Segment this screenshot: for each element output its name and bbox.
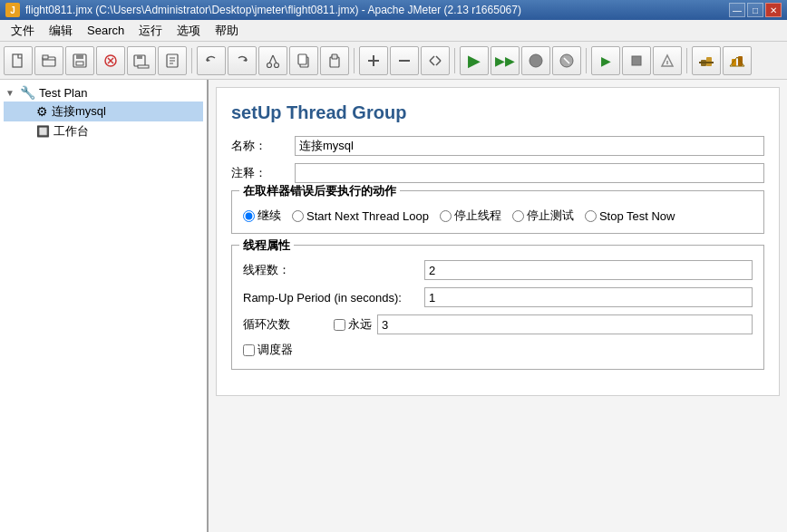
thread-count-label: 线程数： [243,262,424,278]
tree-item-workbench[interactable]: 🔲 工作台 [4,121,203,141]
radio-stop-test[interactable]: 停止测试 [512,208,574,224]
remote-stop-button[interactable] [622,46,651,75]
comment-label: 注释： [231,165,295,181]
menu-edit[interactable]: 编辑 [42,21,80,41]
svg-point-33 [530,54,542,67]
radio-continue-label: 继续 [257,208,281,224]
menu-search[interactable]: Search [80,22,131,39]
rampup-label: Ramp-Up Period (in seconds): [243,291,424,305]
redo-button[interactable] [228,46,257,75]
help1-button[interactable] [692,46,721,75]
loop-row: 循环次数 永远 [243,314,753,334]
main-area: ▼ 🔧 Test Plan ⚙ 连接mysql 🔲 工作台 setUp Thre… [0,80,787,532]
error-section-title: 在取样器错误后要执行的动作 [239,183,400,199]
close-button[interactable]: ✕ [765,3,782,17]
help2-button[interactable] [723,46,752,75]
tree-item-test-plan[interactable]: ▼ 🔧 Test Plan [4,83,203,102]
forever-checkbox[interactable] [334,319,345,331]
window-controls: — □ ✕ [729,3,782,17]
save-button[interactable] [65,46,94,75]
svg-marker-17 [243,58,247,62]
svg-rect-4 [76,54,83,59]
report-button[interactable] [158,46,187,75]
minimize-button[interactable]: — [729,3,745,17]
separator-3 [454,48,455,73]
stop-button[interactable] [521,46,550,75]
thread-section: 线程属性 线程数： Ramp-Up Period (in seconds): 循… [231,245,764,370]
error-section: 在取样器错误后要执行的动作 继续 Start Next Thread Loop … [231,190,764,234]
new-button[interactable] [4,46,33,75]
left-panel: ▼ 🔧 Test Plan ⚙ 连接mysql 🔲 工作台 [0,80,209,532]
scheduler-row: 调度器 [243,342,753,358]
thread-count-row: 线程数： [243,260,753,280]
thread-count-input[interactable] [424,260,753,280]
radio-stop-thread[interactable]: 停止线程 [440,208,501,224]
comment-input[interactable] [295,163,764,183]
expand-button[interactable] [421,46,450,75]
thread-section-title: 线程属性 [239,237,294,254]
test-plan-label: Test Plan [39,86,87,100]
radio-stop-now-input[interactable] [585,210,597,222]
radio-continue-input[interactable] [243,210,255,222]
name-row: 名称： [231,136,764,156]
loop-count-label: 循环次数 [243,316,334,333]
app-icon: J [5,3,20,17]
radio-start-next-input[interactable] [292,210,304,222]
svg-line-29 [430,56,434,61]
separator-5 [686,48,687,73]
paste-button[interactable] [320,46,349,75]
loop-count-input[interactable] [377,314,753,334]
scheduler-checkbox-label[interactable]: 调度器 [243,342,293,358]
radio-start-next[interactable]: Start Next Thread Loop [292,209,429,223]
delete-button[interactable] [96,46,125,75]
undo-button[interactable] [197,46,226,75]
workbench-icon: 🔲 [36,125,50,138]
scheduler-checkbox[interactable] [243,344,255,356]
stop-all-button[interactable] [552,46,581,75]
name-input[interactable] [295,136,764,156]
cut-button[interactable] [258,46,287,75]
remove-button[interactable] [390,46,419,75]
radio-stop-now[interactable]: Stop Test Now [585,209,675,223]
menu-options[interactable]: 选项 [170,21,208,41]
saveall-button[interactable] [127,46,156,75]
radio-stop-thread-label: 停止线程 [454,208,501,224]
name-label: 名称： [231,138,295,154]
remote-exit-button[interactable] [653,46,682,75]
copy-button[interactable] [289,46,318,75]
menu-file[interactable]: 文件 [4,21,42,41]
title-bar: J flight0811.jmx (C:\Users\Administrator… [0,0,787,20]
radio-stop-test-input[interactable] [512,210,524,222]
svg-rect-2 [43,55,48,59]
radio-stop-thread-input[interactable] [440,210,452,222]
run-button[interactable]: ▶ [460,46,489,75]
maximize-button[interactable]: □ [747,3,763,17]
rampup-input[interactable] [424,287,753,307]
error-action-group: 继续 Start Next Thread Loop 停止线程 停止测试 [243,202,753,224]
menu-run[interactable]: 运行 [131,21,170,41]
add-button[interactable] [359,46,388,75]
scheduler-label: 调度器 [257,342,293,358]
svg-line-31 [436,56,441,61]
menu-help[interactable]: 帮助 [208,21,246,41]
run-thread-button[interactable]: ▶▶ [491,46,520,75]
svg-rect-11 [138,65,149,68]
svg-rect-36 [632,56,641,65]
connect-mysql-icon: ⚙ [36,104,48,119]
svg-point-18 [267,63,272,67]
tree-item-connect-mysql[interactable]: ⚙ 连接mysql [4,102,203,121]
radio-stop-now-label: Stop Test Now [599,209,675,223]
window-title: flight0811.jmx (C:\Users\Administrator\D… [25,4,521,16]
right-panel: setUp Thread Group 名称： 注释： 在取样器错误后要执行的动作… [209,80,787,532]
radio-continue[interactable]: 继续 [243,208,281,224]
separator-2 [354,48,355,73]
open-button[interactable] [34,46,63,75]
radio-stop-test-label: 停止测试 [527,208,574,224]
expand-icon: ▼ [5,88,16,98]
svg-point-19 [275,63,279,67]
svg-line-32 [436,61,441,65]
rampup-row: Ramp-Up Period (in seconds): [243,287,753,307]
forever-checkbox-label[interactable]: 永远 [334,316,372,333]
remote-start-button[interactable]: ▶ [591,46,620,75]
test-plan-icon: 🔧 [20,85,35,100]
